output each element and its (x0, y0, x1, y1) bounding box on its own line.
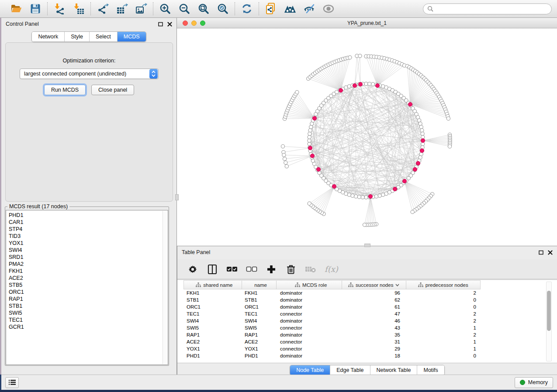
mcds-result-item[interactable]: YOX1 (9, 240, 162, 247)
mcds-result-item[interactable]: CAR1 (9, 219, 162, 226)
tab-edge-table[interactable]: Edge Table (330, 365, 370, 375)
cell-name: SWI5 (242, 325, 277, 330)
add-column-icon[interactable] (266, 264, 277, 275)
table-row[interactable]: TEC1 TEC1 connector 47 2 (183, 310, 481, 317)
tab-network[interactable]: Network (32, 32, 64, 41)
network-window-titlebar: YPA_prune.txt_1 (177, 18, 557, 28)
tab-mcds[interactable]: MCDS (117, 32, 146, 41)
memory-button[interactable]: Memory (515, 377, 553, 388)
table-row[interactable]: SWI5 SWI5 connector 43 1 (183, 324, 481, 331)
find-icon[interactable] (284, 3, 296, 15)
gear-icon[interactable] (187, 264, 198, 275)
delete-column-icon[interactable] (285, 264, 297, 275)
close-panel-icon[interactable] (167, 22, 172, 27)
cell-shared-name: ORC1 (183, 304, 242, 309)
float-panel-icon[interactable] (158, 22, 163, 27)
search-field[interactable] (423, 3, 552, 14)
tab-network-table[interactable]: Network Table (370, 365, 417, 375)
import-table-icon[interactable] (73, 3, 85, 15)
mcds-result-group: MCDS result (17 nodes) PHD1CAR1STP4TID3Y… (5, 203, 169, 366)
mcds-result-item[interactable]: TEC1 (9, 316, 162, 323)
open-file-icon[interactable] (10, 3, 22, 15)
table-row[interactable]: STB1 STB1 dominator 62 0 (183, 296, 481, 303)
table-body: FKH1 FKH1 dominator 96 2 STB1 STB1 domin… (183, 289, 481, 359)
mcds-result-item[interactable]: ORC1 (9, 289, 162, 296)
app-window: { "toolbar": { "search_placeholder": "",… (0, 0, 557, 392)
mcds-result-item[interactable]: SRD1 (9, 254, 162, 261)
save-session-icon[interactable] (29, 3, 42, 15)
cell-shared-name: SWI4 (183, 318, 242, 323)
mcds-list-scrollbar[interactable] (163, 211, 167, 364)
column-header-successor-nodes[interactable]: successor nodes (342, 281, 406, 289)
search-input[interactable] (436, 5, 547, 12)
deselect-all-icon[interactable] (246, 264, 257, 275)
table-row[interactable]: SWI4 SWI4 dominator 46 2 (183, 317, 481, 324)
mcds-result-item[interactable]: PMA2 (9, 261, 162, 268)
export-table-icon[interactable] (116, 3, 128, 15)
table-row[interactable]: FKH1 FKH1 dominator 96 2 (183, 289, 481, 296)
criterion-select[interactable]: largest connected component (undirected) (20, 69, 159, 79)
select-all-icon[interactable] (226, 264, 238, 275)
import-network-icon[interactable] (53, 3, 66, 15)
cell-predecessor-nodes: 1 (406, 325, 481, 330)
zoom-fit-icon[interactable] (197, 3, 210, 15)
mcds-result-item[interactable]: STB1 (9, 303, 162, 309)
table-scrollbar[interactable] (546, 282, 552, 361)
zoom-selected-icon[interactable] (217, 3, 229, 15)
column-header-mcds-role[interactable]: MCDS role (277, 281, 342, 289)
mcds-result-list: PHD1CAR1STP4TID3YOX1SWI4SRD1PMA2FKH1ACE2… (6, 210, 168, 365)
cell-successor-nodes: 31 (342, 339, 406, 344)
table-row[interactable]: PHD1 PHD1 dominator 18 0 (183, 352, 481, 359)
task-history-button[interactable] (5, 377, 19, 388)
column-header-predecessor-nodes[interactable]: predecessor nodes (406, 281, 480, 289)
table-scrollbar-thumb[interactable] (547, 291, 551, 331)
mcds-result-item[interactable]: RAP1 (9, 296, 162, 303)
horizontal-splitter-handle[interactable] (364, 244, 370, 247)
function-builder-icon[interactable]: f(x) (325, 265, 338, 274)
table-row[interactable]: ORC1 ORC1 dominator 61 0 (183, 303, 481, 310)
close-panel-icon[interactable] (548, 250, 553, 255)
hide-selected-icon[interactable] (303, 3, 315, 15)
vertical-splitter-handle[interactable] (175, 194, 179, 200)
table-row[interactable]: RAP1 RAP1 dominator 35 2 (183, 331, 481, 338)
mcds-result-item[interactable]: ACE2 (9, 275, 162, 282)
tab-select[interactable]: Select (89, 32, 117, 41)
export-network-icon[interactable] (97, 3, 109, 15)
mcds-result-item[interactable]: STB5 (9, 282, 162, 289)
zoom-in-icon[interactable] (159, 3, 171, 15)
tab-node-table[interactable]: Node Table (290, 365, 330, 375)
network-graph[interactable] (177, 28, 557, 245)
mcds-result-item[interactable]: SWI5 (9, 309, 162, 316)
cell-predecessor-nodes: 2 (406, 290, 481, 296)
cell-name: PHD1 (242, 353, 277, 358)
mcds-result-item[interactable]: PHD1 (9, 212, 162, 219)
run-mcds-button[interactable]: Run MCDS (44, 85, 86, 95)
column-header-shared-name[interactable]: shared name (184, 281, 242, 289)
mcds-result-item[interactable]: SWI4 (9, 247, 162, 254)
delete-table-icon[interactable] (305, 264, 316, 275)
mcds-result-item[interactable]: STP4 (9, 226, 162, 233)
mcds-result-item[interactable]: GCR1 (9, 323, 162, 330)
mcds-result-item[interactable]: TID3 (9, 233, 162, 240)
refresh-icon[interactable] (241, 3, 253, 15)
column-header-name[interactable]: name (242, 281, 277, 289)
tab-motifs[interactable]: Motifs (417, 365, 444, 375)
table-row[interactable]: ACE2 ACE2 connector 31 1 (183, 338, 481, 345)
show-all-icon[interactable] (322, 3, 335, 15)
network-view-window: YPA_prune.txt_1 (177, 18, 557, 246)
cell-predecessor-nodes: 0 (406, 353, 481, 358)
tab-style[interactable]: Style (64, 32, 89, 41)
column-browse-icon[interactable] (207, 264, 218, 275)
close-panel-button[interactable]: Close panel (91, 85, 134, 95)
cell-name: TEC1 (242, 311, 277, 316)
zoom-out-icon[interactable] (178, 3, 190, 15)
mcds-result-item[interactable]: FKH1 (9, 268, 162, 275)
table-row[interactable]: YOX1 YOX1 connector 29 1 (183, 345, 481, 352)
cell-successor-nodes: 18 (342, 353, 406, 358)
cell-shared-name: TEC1 (183, 311, 242, 316)
mcds-result-title: MCDS result (17 nodes) (7, 203, 69, 210)
share-network-icon[interactable] (265, 3, 277, 15)
export-image-icon[interactable] (135, 3, 147, 15)
cell-successor-nodes: 61 (342, 304, 406, 309)
float-panel-icon[interactable] (539, 250, 543, 255)
